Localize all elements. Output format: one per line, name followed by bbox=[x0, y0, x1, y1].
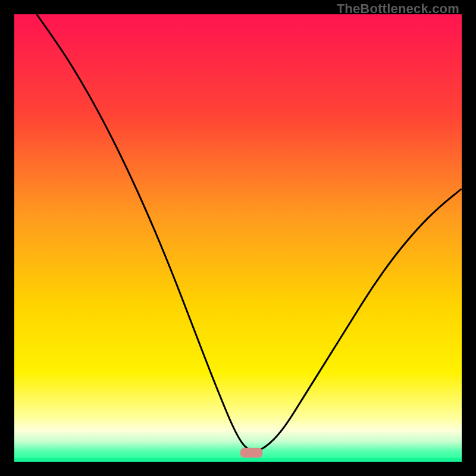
watermark-text: TheBottleneck.com bbox=[337, 1, 459, 17]
bottleneck-chart bbox=[14, 14, 462, 462]
optimal-marker bbox=[240, 448, 263, 458]
chart-frame bbox=[14, 14, 462, 462]
